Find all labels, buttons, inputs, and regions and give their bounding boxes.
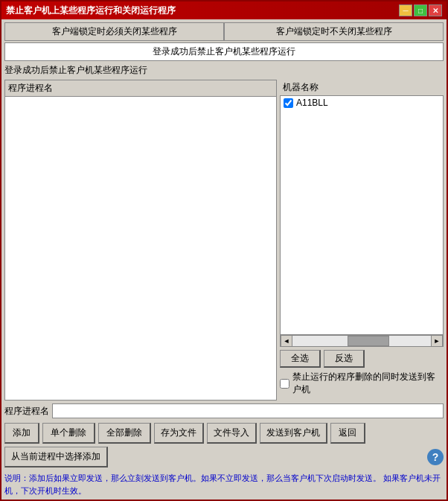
machine-item-0: A11BLL [281, 96, 443, 109]
tab-row-1: 客户端锁定时必须关闭某些程序 客户端锁定时不关闭某些程序 [4, 22, 444, 41]
tab-lock-close[interactable]: 客户端锁定时必须关闭某些程序 [4, 22, 224, 41]
right-panel-header: 机器名称 [280, 80, 444, 95]
left-panel-header: 程序进程名 [4, 80, 277, 96]
bottom-select-row: 从当前进程中选择添加 ? [4, 447, 444, 468]
delete-one-button[interactable]: 单个删除 [42, 423, 95, 444]
scroll-track[interactable] [292, 336, 431, 346]
add-button[interactable]: 添加 [4, 423, 39, 444]
horizontal-scrollbar[interactable]: ◄ ► [280, 335, 444, 347]
scroll-right-btn[interactable]: ► [431, 335, 443, 347]
save-file-button[interactable]: 存为文件 [154, 423, 204, 444]
help-button[interactable]: ? [427, 449, 444, 465]
window-content: 客户端锁定时必须关闭某些程序 客户端锁定时不关闭某些程序 登录成功后禁止客户机某… [1, 19, 447, 500]
process-name-input[interactable] [52, 403, 444, 418]
tab-lock-noclose[interactable]: 客户端锁定时不关闭某些程序 [224, 22, 444, 41]
send-on-delete-label: 禁止运行的程序删除的同时发送到客户机 [292, 371, 444, 396]
process-list[interactable] [4, 96, 277, 401]
scroll-thumb[interactable] [348, 336, 389, 346]
invert-select-button[interactable]: 反选 [324, 350, 365, 368]
scroll-left-btn[interactable]: ◄ [281, 335, 292, 347]
import-file-button[interactable]: 文件导入 [207, 423, 257, 444]
close-button[interactable]: ✕ [429, 4, 442, 16]
process-input-label: 程序进程名 [4, 405, 49, 418]
machine-label-0: A11BLL [296, 98, 328, 108]
main-window: 禁止客户机上某些程序运行和关闭运行程序 ─ □ ✕ 客户端锁定时必须关闭某些程序… [0, 0, 448, 501]
back-button[interactable]: 返回 [330, 423, 365, 444]
maximize-button[interactable]: □ [414, 4, 427, 16]
process-input-row: 程序进程名 [4, 403, 444, 418]
minimize-button[interactable]: ─ [399, 4, 412, 16]
tab-row-2: 登录成功后禁止客户机某些程序运行 [4, 42, 444, 61]
window-controls: ─ □ ✕ [399, 4, 442, 16]
description-text: 说明：添加后如果立即发送，那么立刻发送到客户机。如果不立即发送，那么当客户机下次… [4, 472, 444, 497]
delete-all-button[interactable]: 全部删除 [98, 423, 151, 444]
machine-checkbox-0[interactable] [284, 98, 293, 108]
action-buttons-row: 添加 单个删除 全部删除 存为文件 文件导入 发送到客户机 返回 [4, 423, 444, 444]
right-panel: 机器名称 A11BLL ◄ ► 全选 反选 [280, 80, 444, 401]
from-process-button[interactable]: 从当前进程中选择添加 [4, 447, 108, 468]
send-on-delete-row: 禁止运行的程序删除的同时发送到客户机 [280, 371, 444, 396]
title-bar: 禁止客户机上某些程序运行和关闭运行程序 ─ □ ✕ [1, 1, 447, 19]
tab-login-disable[interactable]: 登录成功后禁止客户机某些程序运行 [4, 42, 444, 61]
select-buttons-row: 全选 反选 [280, 350, 444, 368]
window-title: 禁止客户机上某些程序运行和关闭运行程序 [6, 4, 176, 17]
main-area: 程序进程名 机器名称 A11BLL ◄ ► [4, 80, 444, 401]
left-panel: 程序进程名 [4, 80, 277, 401]
machine-list[interactable]: A11BLL [280, 95, 444, 335]
select-all-button[interactable]: 全选 [280, 350, 321, 368]
section-label: 登录成功后禁止客户机某些程序运行 [4, 64, 444, 77]
send-to-client-button[interactable]: 发送到客户机 [260, 423, 327, 444]
send-on-delete-checkbox[interactable] [280, 379, 289, 389]
